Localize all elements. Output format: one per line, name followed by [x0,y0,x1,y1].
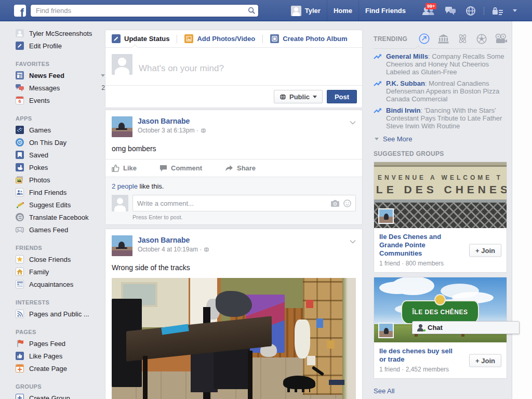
interests-list-icon [16,310,24,318]
sidebar-item-create-group[interactable]: Create Group [16,392,105,399]
tab-create-photo-album[interactable]: Create Photo Album [270,34,347,43]
group-name-link[interactable]: Ile Des Chenes and Grande Pointe Communi… [379,233,465,258]
friend-requests-button[interactable]: 99+ [417,0,440,21]
chat-bar[interactable]: Chat [412,321,520,334]
trending-topic-link[interactable]: Bindi Irwin [386,107,420,114]
search-input[interactable] [31,7,245,15]
settings-dropdown-button[interactable] [508,0,522,21]
trending-top-icon[interactable] [419,33,430,44]
sidebar-item-on-this-day[interactable]: On This Day [16,136,105,149]
post-header: Jason Barnabe October 4 at 10:19am · [105,229,362,256]
trending-sports-icon[interactable] [476,34,487,44]
attach-photo-icon[interactable] [331,200,339,207]
trending-item[interactable]: Bindi Irwin: 'Dancing With the Stars' Co… [374,107,507,130]
trending-entertainment-icon[interactable] [495,34,507,44]
like-button[interactable]: Like [112,164,137,172]
comment-input[interactable] [137,200,327,207]
sidebar-item-acquaintances[interactable]: Acquaintances [16,278,105,290]
trending-science-icon[interactable] [457,33,468,44]
group-card-footer: Ile des chenes buy sell or trade 1 frien… [374,342,507,378]
comment-input-box[interactable] [132,195,356,211]
sidebar-item-pages-feed[interactable]: Pages Feed [16,337,105,350]
sidebar-item-translate[interactable]: Translate Facebook [16,211,105,223]
composer-footer: Public Post [105,85,362,108]
privacy-globe-icon [201,128,206,134]
sidebar-item-events[interactable]: 6 Events [16,94,105,107]
trending-see-more[interactable]: See More [375,135,507,143]
sidebar-item-pages-and-public[interactable]: Pages and Public ... [16,308,105,320]
post-timestamp[interactable]: October 3 at 6:13pm · [138,127,206,134]
trending-item[interactable]: P.K. Subban: Montreal Canadiens Defensem… [374,79,507,103]
emoji-icon[interactable] [343,200,351,207]
join-group-button[interactable]: + Join [469,354,501,367]
privacy-selector-button[interactable]: Public [274,90,323,103]
add-photos-icon [184,34,193,43]
sidebar-item-games-feed[interactable]: Games Feed [16,223,105,236]
share-button[interactable]: Share [225,164,256,172]
messages-icon [16,84,24,92]
news-feed-options-icon[interactable] [101,74,105,77]
post-button[interactable]: Post [327,90,357,103]
trending-item-text: P.K. Subban: Montreal Canadiens Defensem… [386,79,507,103]
group-cover-photo[interactable]: ENVENUE A WELCOME T ILE DES CHENES [374,162,507,228]
sidebar-item-news-feed[interactable]: News Feed [16,69,105,82]
sidebar-item-suggest-edits[interactable]: Suggest Edits [16,198,105,211]
sidebar-item-family[interactable]: Family [16,265,105,278]
comment-button[interactable]: Comment [159,164,202,172]
sidebar-item-saved[interactable]: Saved [16,149,105,161]
trending-politics-icon[interactable] [438,34,449,44]
post-timestamp[interactable]: October 4 at 10:19am · [138,246,209,253]
author-name-link[interactable]: Jason Barnabe [138,235,209,245]
sidebar-item-close-friends[interactable]: Close Friends [16,253,105,265]
notifications-button[interactable] [461,0,481,21]
search-bar[interactable] [30,4,259,17]
messages-button[interactable] [440,0,461,21]
trending-topic-link[interactable]: General Mills [386,52,428,60]
sidebar-section-favorites: FAVORITES [16,59,105,69]
sign-text: ENVENUE A WELCOME T [378,174,503,181]
pokes-icon [16,163,24,171]
find-friends-link[interactable]: Find Friends [358,0,412,21]
author-avatar[interactable] [112,116,132,137]
sidebar-item-edit-profile[interactable]: Edit Profile [16,39,105,52]
navbar-separator [484,7,484,15]
sidebar-item-like-pages[interactable]: Like Pages [16,350,105,362]
suggested-groups-title: SUGGESTED GROUPS [374,150,507,157]
sidebar-item-label: Saved [29,151,105,159]
sign-text: ILE DES CHENES [374,183,507,196]
post-menu-button[interactable] [350,236,356,246]
sidebar-item-games[interactable]: Games [16,124,105,136]
sidebar-item-find-friends[interactable]: Find Friends [16,186,105,198]
sidebar-item-pokes[interactable]: Pokes [16,161,105,174]
status-input[interactable] [139,58,356,79]
sidebar-item-label: Pages Feed [29,340,105,348]
author-name-link[interactable]: Jason Barnabe [138,116,206,126]
likers-link[interactable]: 2 people [112,182,138,190]
trending-topic-link[interactable]: P.K. Subban [386,79,425,87]
author-avatar[interactable] [112,235,132,256]
privacy-shortcuts-button[interactable] [487,0,508,21]
sidebar-item-create-page[interactable]: Create Page [16,362,105,375]
home-link[interactable]: Home [327,0,358,21]
sidebar-profile[interactable]: Tyler McScreenshots [16,27,105,39]
trending-item-text: Bindi Irwin: 'Dancing With the Stars' Co… [386,107,507,130]
tab-add-photos-video[interactable]: Add Photos/Video [184,34,255,43]
sidebar-item-photos[interactable]: Photos [16,174,105,186]
post-photo[interactable] [112,278,356,399]
profile-link[interactable]: Tyler [285,0,327,21]
facebook-logo[interactable]: f [14,5,26,17]
tab-update-status[interactable]: Update Status [112,34,169,43]
group-name-link[interactable]: Ile des chenes buy sell or trade [379,347,457,364]
sidebar-item-messages[interactable]: Messages 2 [16,82,105,94]
trending-item-text: General Mills: Company Recalls Some Chee… [386,52,507,76]
trending-item[interactable]: General Mills: Company Recalls Some Chee… [374,52,507,76]
groups-see-all-link[interactable]: See All [374,387,394,395]
post-menu-button[interactable] [350,117,356,127]
photo-detail [295,320,310,358]
search-icon[interactable] [245,7,258,15]
photo-detail [316,318,323,328]
navbar-icons: 99+ [417,0,522,21]
sidebar-item-label: Edit Profile [29,42,105,50]
join-group-button[interactable]: + Join [469,244,501,257]
chat-label: Chat [428,324,443,331]
